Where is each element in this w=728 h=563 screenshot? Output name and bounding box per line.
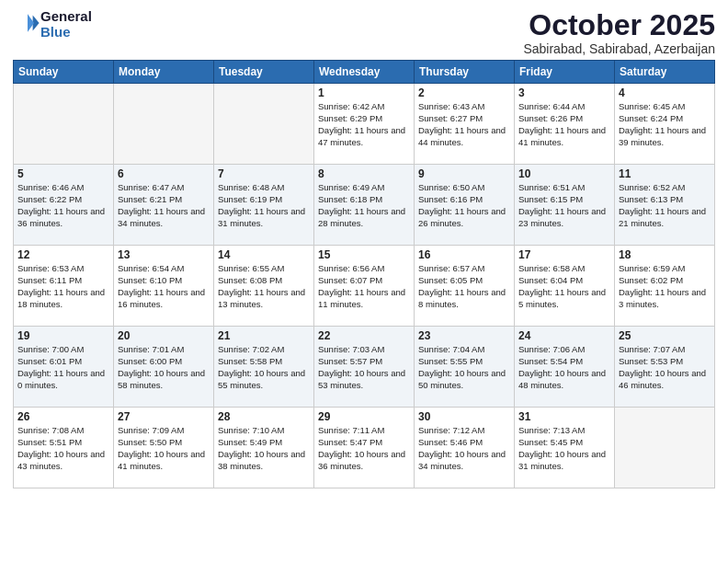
calendar-day-cell: 14Sunrise: 6:55 AM Sunset: 6:08 PM Dayli… — [214, 246, 314, 327]
day-number: 27 — [118, 410, 210, 423]
day-info: Sunrise: 6:47 AM Sunset: 6:21 PM Dayligh… — [118, 182, 210, 229]
day-info: Sunrise: 7:11 AM Sunset: 5:47 PM Dayligh… — [318, 425, 410, 472]
calendar-day-cell: 31Sunrise: 7:13 AM Sunset: 5:45 PM Dayli… — [515, 408, 615, 488]
calendar-day-cell: 2Sunrise: 6:43 AM Sunset: 6:27 PM Daylig… — [415, 84, 515, 165]
page-container: General Blue October 2025 Sabirabad, Sab… — [0, 0, 728, 494]
calendar-day-cell: 25Sunrise: 7:07 AM Sunset: 5:53 PM Dayli… — [615, 327, 715, 408]
day-number: 21 — [218, 329, 310, 342]
calendar-day-cell: 12Sunrise: 6:53 AM Sunset: 6:11 PM Dayli… — [14, 246, 114, 327]
day-number: 1 — [318, 86, 410, 99]
day-number: 3 — [518, 86, 610, 99]
day-info: Sunrise: 6:58 AM Sunset: 6:04 PM Dayligh… — [518, 263, 610, 310]
day-number: 20 — [118, 329, 210, 342]
day-number: 6 — [118, 167, 210, 180]
weekday-header-thursday: Thursday — [415, 61, 515, 84]
day-info: Sunrise: 6:48 AM Sunset: 6:19 PM Dayligh… — [218, 182, 310, 229]
calendar-day-cell: 8Sunrise: 6:49 AM Sunset: 6:18 PM Daylig… — [314, 165, 415, 246]
day-number: 8 — [318, 167, 410, 180]
calendar-day-cell: 1Sunrise: 6:42 AM Sunset: 6:29 PM Daylig… — [314, 84, 415, 165]
day-info: Sunrise: 7:07 AM Sunset: 5:53 PM Dayligh… — [619, 344, 711, 391]
day-info: Sunrise: 6:43 AM Sunset: 6:27 PM Dayligh… — [418, 101, 510, 148]
day-number: 2 — [418, 86, 510, 99]
weekday-header-wednesday: Wednesday — [314, 61, 415, 84]
day-info: Sunrise: 6:44 AM Sunset: 6:26 PM Dayligh… — [518, 101, 610, 148]
calendar-day-cell — [114, 84, 214, 165]
day-info: Sunrise: 7:13 AM Sunset: 5:45 PM Dayligh… — [518, 425, 610, 472]
logo-line2: Blue — [40, 25, 92, 40]
day-info: Sunrise: 6:42 AM Sunset: 6:29 PM Dayligh… — [318, 101, 410, 148]
calendar-day-cell: 19Sunrise: 7:00 AM Sunset: 6:01 PM Dayli… — [14, 327, 114, 408]
day-number: 23 — [418, 329, 510, 342]
logo-line1: General — [40, 9, 92, 25]
day-info: Sunrise: 7:04 AM Sunset: 5:55 PM Dayligh… — [418, 344, 510, 391]
header: General Blue October 2025 Sabirabad, Sab… — [13, 9, 715, 56]
day-number: 4 — [619, 86, 711, 99]
calendar-day-cell: 11Sunrise: 6:52 AM Sunset: 6:13 PM Dayli… — [615, 165, 715, 246]
day-number: 5 — [17, 167, 109, 180]
day-number: 7 — [218, 167, 310, 180]
calendar-day-cell: 9Sunrise: 6:50 AM Sunset: 6:16 PM Daylig… — [415, 165, 515, 246]
calendar-day-cell: 29Sunrise: 7:11 AM Sunset: 5:47 PM Dayli… — [314, 408, 415, 488]
day-number: 15 — [318, 248, 410, 261]
day-info: Sunrise: 6:54 AM Sunset: 6:10 PM Dayligh… — [118, 263, 210, 310]
day-info: Sunrise: 7:08 AM Sunset: 5:51 PM Dayligh… — [17, 425, 109, 472]
day-info: Sunrise: 6:55 AM Sunset: 6:08 PM Dayligh… — [218, 263, 310, 310]
day-info: Sunrise: 7:01 AM Sunset: 6:00 PM Dayligh… — [118, 344, 210, 391]
day-info: Sunrise: 6:56 AM Sunset: 6:07 PM Dayligh… — [318, 263, 410, 310]
calendar-day-cell: 6Sunrise: 6:47 AM Sunset: 6:21 PM Daylig… — [114, 165, 214, 246]
weekday-header-monday: Monday — [114, 61, 214, 84]
calendar-day-cell: 23Sunrise: 7:04 AM Sunset: 5:55 PM Dayli… — [415, 327, 515, 408]
calendar-week-row: 12Sunrise: 6:53 AM Sunset: 6:11 PM Dayli… — [14, 246, 715, 327]
calendar-day-cell: 4Sunrise: 6:45 AM Sunset: 6:24 PM Daylig… — [615, 84, 715, 165]
day-info: Sunrise: 7:12 AM Sunset: 5:46 PM Dayligh… — [418, 425, 510, 472]
calendar-day-cell: 30Sunrise: 7:12 AM Sunset: 5:46 PM Dayli… — [415, 408, 515, 488]
calendar-day-cell: 24Sunrise: 7:06 AM Sunset: 5:54 PM Dayli… — [515, 327, 615, 408]
day-info: Sunrise: 7:10 AM Sunset: 5:49 PM Dayligh… — [218, 425, 310, 472]
day-number: 30 — [418, 410, 510, 423]
day-number: 19 — [17, 329, 109, 342]
day-number: 9 — [418, 167, 510, 180]
calendar-day-cell — [214, 84, 314, 165]
calendar-day-cell: 20Sunrise: 7:01 AM Sunset: 6:00 PM Dayli… — [114, 327, 214, 408]
day-info: Sunrise: 6:50 AM Sunset: 6:16 PM Dayligh… — [418, 182, 510, 229]
day-info: Sunrise: 6:52 AM Sunset: 6:13 PM Dayligh… — [619, 182, 711, 229]
day-info: Sunrise: 6:51 AM Sunset: 6:15 PM Dayligh… — [518, 182, 610, 229]
logo: General Blue — [13, 9, 92, 40]
day-info: Sunrise: 7:03 AM Sunset: 5:57 PM Dayligh… — [318, 344, 410, 391]
day-info: Sunrise: 7:06 AM Sunset: 5:54 PM Dayligh… — [518, 344, 610, 391]
calendar-week-row: 1Sunrise: 6:42 AM Sunset: 6:29 PM Daylig… — [14, 84, 715, 165]
day-number: 11 — [619, 167, 711, 180]
weekday-header-friday: Friday — [515, 61, 615, 84]
day-number: 10 — [518, 167, 610, 180]
weekday-header-sunday: Sunday — [14, 61, 114, 84]
calendar-day-cell: 18Sunrise: 6:59 AM Sunset: 6:02 PM Dayli… — [615, 246, 715, 327]
day-number: 26 — [17, 410, 109, 423]
day-number: 22 — [318, 329, 410, 342]
calendar-week-row: 19Sunrise: 7:00 AM Sunset: 6:01 PM Dayli… — [14, 327, 715, 408]
calendar-day-cell: 21Sunrise: 7:02 AM Sunset: 5:58 PM Dayli… — [214, 327, 314, 408]
logo-icon — [15, 10, 40, 36]
day-info: Sunrise: 6:46 AM Sunset: 6:22 PM Dayligh… — [17, 182, 109, 229]
day-info: Sunrise: 6:49 AM Sunset: 6:18 PM Dayligh… — [318, 182, 410, 229]
calendar-day-cell: 16Sunrise: 6:57 AM Sunset: 6:05 PM Dayli… — [415, 246, 515, 327]
day-info: Sunrise: 6:59 AM Sunset: 6:02 PM Dayligh… — [619, 263, 711, 310]
day-number: 17 — [518, 248, 610, 261]
day-number: 28 — [218, 410, 310, 423]
day-number: 24 — [518, 329, 610, 342]
title-block: October 2025 Sabirabad, Sabirabad, Azerb… — [523, 9, 715, 56]
calendar-day-cell: 7Sunrise: 6:48 AM Sunset: 6:19 PM Daylig… — [214, 165, 314, 246]
day-number: 14 — [218, 248, 310, 261]
day-info: Sunrise: 7:00 AM Sunset: 6:01 PM Dayligh… — [17, 344, 109, 391]
calendar-day-cell: 22Sunrise: 7:03 AM Sunset: 5:57 PM Dayli… — [314, 327, 415, 408]
day-info: Sunrise: 7:09 AM Sunset: 5:50 PM Dayligh… — [118, 425, 210, 472]
calendar-day-cell — [14, 84, 114, 165]
calendar-week-row: 5Sunrise: 6:46 AM Sunset: 6:22 PM Daylig… — [14, 165, 715, 246]
day-number: 18 — [619, 248, 711, 261]
day-number: 31 — [518, 410, 610, 423]
calendar-day-cell: 17Sunrise: 6:58 AM Sunset: 6:04 PM Dayli… — [515, 246, 615, 327]
calendar-day-cell: 28Sunrise: 7:10 AM Sunset: 5:49 PM Dayli… — [214, 408, 314, 488]
weekday-header-saturday: Saturday — [615, 61, 715, 84]
calendar-header-row: SundayMondayTuesdayWednesdayThursdayFrid… — [14, 61, 715, 84]
day-number: 12 — [17, 248, 109, 261]
calendar-table: SundayMondayTuesdayWednesdayThursdayFrid… — [13, 60, 715, 488]
